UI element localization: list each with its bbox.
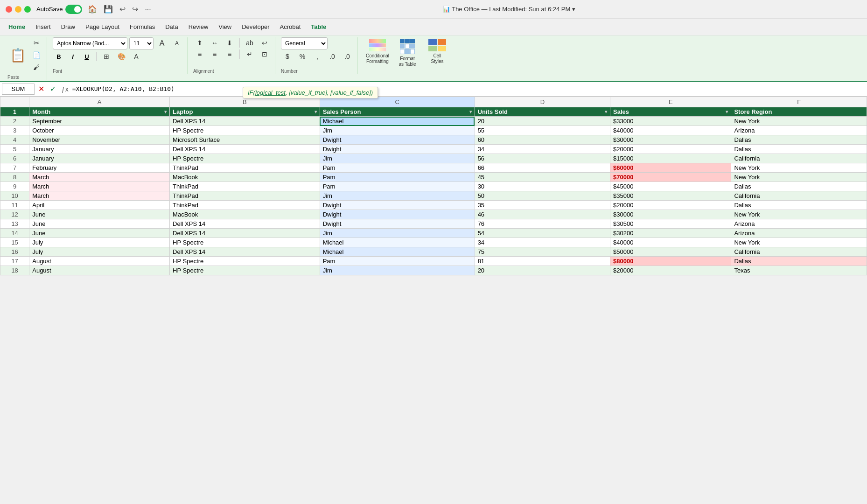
cell-units-sold[interactable]: 56	[475, 154, 610, 163]
borders-button[interactable]: ⊞	[100, 51, 113, 62]
cell-laptop[interactable]: Dell XPS 14	[170, 219, 320, 229]
cell-sales-person[interactable]: Dwight	[320, 145, 475, 154]
comma-button[interactable]: ,	[311, 51, 324, 62]
cell-units-sold[interactable]: 76	[475, 219, 610, 229]
cell-month[interactable]: June	[29, 229, 170, 238]
cell-sales-person[interactable]: Dwight	[320, 210, 475, 219]
cell-units-sold[interactable]: 45	[475, 173, 610, 182]
cell-month[interactable]: August	[29, 257, 170, 266]
underline-button[interactable]: U	[81, 51, 93, 62]
cell-laptop[interactable]: HP Spectre	[170, 154, 320, 163]
cell-units-sold[interactable]: 75	[475, 247, 610, 257]
cell-laptop[interactable]: HP Spectre	[170, 238, 320, 247]
cell-store-region[interactable]: New York	[731, 117, 867, 126]
cell-sales-person[interactable]: Dwight	[320, 135, 475, 145]
decrease-decimal-button[interactable]: .0	[341, 51, 354, 62]
cell-laptop[interactable]: MacBook	[170, 173, 320, 182]
cell-sales-person[interactable]: Jim	[320, 154, 475, 163]
cell-laptop[interactable]: HP Spectre	[170, 126, 320, 135]
month-dropdown-icon[interactable]: ▾	[164, 109, 167, 114]
cell-store-region[interactable]: Texas	[731, 266, 867, 275]
cell-units-sold[interactable]: 34	[475, 145, 610, 154]
cell-units-sold[interactable]: 55	[475, 126, 610, 135]
cell-store-region[interactable]: Dallas	[731, 257, 867, 266]
cell-laptop[interactable]: HP Spectre	[170, 266, 320, 275]
sales-person-dropdown-icon[interactable]: ▾	[469, 109, 472, 114]
cell-sales[interactable]: $35000	[610, 191, 731, 201]
cell-laptop[interactable]: ThinkPad	[170, 182, 320, 191]
units-dropdown-icon[interactable]: ▾	[605, 109, 607, 114]
col-header-d[interactable]: D	[475, 97, 610, 107]
cell-store-region[interactable]: Arizona	[731, 219, 867, 229]
cell-sales[interactable]: $30000	[610, 210, 731, 219]
cell-month[interactable]: April	[29, 201, 170, 210]
col-header-e[interactable]: E	[610, 97, 731, 107]
cell-store-region[interactable]: Dallas	[731, 201, 867, 210]
cell-sales[interactable]: $80000	[610, 257, 731, 266]
cell-month[interactable]: January	[29, 154, 170, 163]
cell-sales[interactable]: $40000	[610, 238, 731, 247]
spreadsheet-container[interactable]: A B C D E F 1 Month ▾ Lap	[0, 97, 867, 503]
increase-decimal-button[interactable]: .0	[326, 51, 339, 62]
autosave-toggle[interactable]	[65, 5, 82, 14]
cell-sales[interactable]: $40000	[610, 126, 731, 135]
cell-sales-person[interactable]: Jim	[320, 266, 475, 275]
cell-reference[interactable]: SUM	[2, 84, 35, 95]
cell-sales-person[interactable]: Jim	[320, 191, 475, 201]
maximize-button[interactable]	[24, 6, 31, 13]
font-family-select[interactable]: Aptos Narrow (Bod...	[53, 37, 127, 49]
header-laptop[interactable]: Laptop ▾	[170, 107, 320, 117]
header-sales-person[interactable]: Sales Person ▾	[320, 107, 475, 117]
cell-store-region[interactable]: Dallas	[731, 135, 867, 145]
menu-review[interactable]: Review	[184, 21, 213, 32]
align-top-button[interactable]: ⬆	[193, 37, 206, 49]
font-color-button[interactable]: A	[130, 51, 143, 62]
increase-font-button[interactable]: A	[155, 38, 168, 49]
cell-units-sold[interactable]: 81	[475, 257, 610, 266]
cell-store-region[interactable]: New York	[731, 210, 867, 219]
cell-units-sold[interactable]: 66	[475, 163, 610, 173]
cell-month[interactable]: March	[29, 182, 170, 191]
more-icon[interactable]: ···	[145, 5, 151, 14]
percent-button[interactable]: %	[296, 51, 309, 62]
header-units-sold[interactable]: Units Sold ▾	[475, 107, 610, 117]
formula-cancel-button[interactable]: ✕	[36, 84, 46, 93]
cell-sales[interactable]: $30500	[610, 219, 731, 229]
close-button[interactable]	[6, 6, 12, 13]
decrease-font-button[interactable]: A	[170, 38, 183, 49]
menu-view[interactable]: View	[214, 21, 236, 32]
cut-button[interactable]: ✂	[30, 37, 43, 49]
menu-formulas[interactable]: Formulas	[125, 21, 160, 32]
cell-month[interactable]: July	[29, 247, 170, 257]
cell-sales[interactable]: $30200	[610, 229, 731, 238]
cell-month[interactable]: October	[29, 126, 170, 135]
align-left-button[interactable]: ≡	[193, 49, 206, 60]
cell-sales-person[interactable]: Jim	[320, 126, 475, 135]
cell-store-region[interactable]: California	[731, 247, 867, 257]
cell-sales[interactable]: $20000	[610, 266, 731, 275]
cell-month[interactable]: July	[29, 238, 170, 247]
cell-units-sold[interactable]: 54	[475, 229, 610, 238]
insert-function-button[interactable]: ƒx	[60, 85, 70, 93]
cell-sales-person[interactable]: Pam	[320, 182, 475, 191]
copy-button[interactable]: 📄	[30, 49, 43, 61]
window-controls[interactable]	[6, 6, 31, 13]
indent-more-button[interactable]: ↩	[258, 37, 271, 49]
cell-month[interactable]: January	[29, 145, 170, 154]
chevron-down-icon[interactable]: ▾	[572, 6, 575, 13]
cell-month[interactable]: March	[29, 173, 170, 182]
header-store-region[interactable]: Store Region	[731, 107, 867, 117]
menu-page-layout[interactable]: Page Layout	[81, 21, 124, 32]
cell-styles-button[interactable]: CellStyles	[423, 37, 451, 70]
cell-sales-person[interactable]: Pam	[320, 163, 475, 173]
cell-sales[interactable]: $60000	[610, 163, 731, 173]
cell-laptop[interactable]: HP Spectre	[170, 257, 320, 266]
toolbar-icons[interactable]: 🏠 💾 ↩ ↪ ···	[88, 5, 151, 14]
cell-store-region[interactable]: Dallas	[731, 182, 867, 191]
cell-sales-person[interactable]: Dwight	[320, 219, 475, 229]
cell-store-region[interactable]: California	[731, 154, 867, 163]
cell-sales-person[interactable]: Dwight	[320, 201, 475, 210]
header-month[interactable]: Month ▾	[29, 107, 170, 117]
save-icon[interactable]: 💾	[104, 5, 113, 14]
merge-button[interactable]: ⊡	[258, 49, 271, 60]
